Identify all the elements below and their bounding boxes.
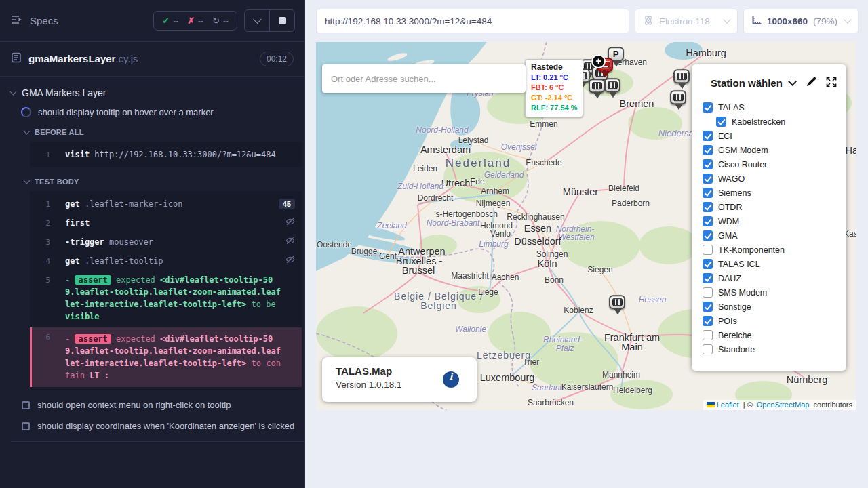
map-marker[interactable] xyxy=(604,78,622,100)
map-place-label: Nederland xyxy=(446,157,511,170)
leaflet-link[interactable]: Leaflet xyxy=(717,401,739,409)
layer-checkbox[interactable] xyxy=(703,316,713,326)
map-place-label: Essen xyxy=(524,223,551,234)
layer-checkbox[interactable] xyxy=(703,174,713,184)
command-indicator xyxy=(285,236,295,249)
layer-row[interactable]: Kabelstrecken xyxy=(703,115,837,129)
map-marker[interactable] xyxy=(670,90,688,112)
map-place-label: Hamburg xyxy=(686,47,726,58)
aut-panel: http://192.168.10.33:3000/?m=12&u=484 El… xyxy=(305,0,868,488)
osm-link[interactable]: OpenStreetMap xyxy=(757,401,810,409)
panel-title[interactable]: Station wählen xyxy=(711,77,783,89)
layer-row[interactable]: Sonstige xyxy=(703,300,837,314)
map-attribution: Leaflet | © OpenStreetMap contributors xyxy=(703,400,856,410)
map-place-label: Zuid-Holland xyxy=(397,182,443,191)
map-place-label: Amsterdam xyxy=(420,144,471,155)
layer-row[interactable]: Bereiche xyxy=(703,328,837,342)
passed-check-icon: ✓ xyxy=(162,16,170,26)
layer-row[interactable]: SMS Modem xyxy=(703,285,837,300)
suite-row[interactable]: GMA Markers Layer xyxy=(11,83,304,102)
before-all-commands: 1 visit http://192.168.10.33:3000/?m=12&… xyxy=(30,142,302,167)
layer-checkbox[interactable] xyxy=(703,145,713,155)
test-stats: ✓-- ✗-- ↻-- xyxy=(153,11,237,30)
active-test-row[interactable]: should display tooltip on hover over a m… xyxy=(11,102,304,122)
layer-label: Standorte xyxy=(718,345,755,354)
layer-checkbox[interactable] xyxy=(703,287,713,298)
command-row[interactable]: 5 - assert expected <div#leaflet-tooltip… xyxy=(30,270,302,326)
layer-checkbox[interactable] xyxy=(703,273,713,283)
layer-checkbox[interactable] xyxy=(703,159,713,169)
chevron-down-icon xyxy=(253,15,262,24)
map-marker[interactable] xyxy=(609,295,627,317)
layer-checkbox[interactable] xyxy=(703,131,713,141)
layer-row[interactable]: GSM Modem xyxy=(703,143,837,157)
layer-row[interactable]: POIs xyxy=(703,314,837,328)
test-body-section[interactable]: TEST BODY xyxy=(11,171,304,190)
viewport-zoom: (79%) xyxy=(813,16,837,26)
specs-menu-icon[interactable] xyxy=(11,15,23,27)
layer-row[interactable]: OTDR xyxy=(703,200,837,214)
layer-row[interactable]: Siemens xyxy=(703,186,837,200)
map-marker[interactable] xyxy=(673,69,691,91)
layer-checkbox[interactable] xyxy=(703,202,713,212)
chevron-down-icon[interactable] xyxy=(788,77,797,86)
layer-row[interactable]: WAGO xyxy=(703,171,837,186)
layer-checkbox[interactable] xyxy=(703,245,713,255)
stop-button[interactable] xyxy=(269,10,294,31)
expand-icon[interactable] xyxy=(826,77,837,90)
map-place-label: Koblenz xyxy=(564,306,593,315)
layer-checkbox[interactable] xyxy=(703,330,713,340)
command-row[interactable]: 1 get .leaflet-marker-icon 45 xyxy=(30,195,302,214)
command-row[interactable]: 6 - assert expected <div#leaflet-tooltip… xyxy=(30,327,302,387)
collapse-all-button[interactable] xyxy=(245,10,269,31)
spec-file-row[interactable]: gmaMarkersLayer.cy.js 00:12 xyxy=(0,42,304,77)
pending-refresh-icon: ↻ xyxy=(212,16,220,26)
before-all-section[interactable]: BEFORE ALL xyxy=(11,122,304,140)
layer-label: SMS Modem xyxy=(718,288,767,298)
station-marker-icon xyxy=(604,78,620,92)
command-row[interactable]: 2 first xyxy=(30,214,302,232)
pending-test-row[interactable]: should display coordinates when 'Koordin… xyxy=(11,415,304,436)
layer-checkbox[interactable] xyxy=(703,230,713,241)
leaflet-map[interactable]: HamburgBremerhavenFryslânBremenEmmenNied… xyxy=(316,42,856,410)
edit-pencil-icon[interactable] xyxy=(806,76,817,90)
info-icon[interactable]: i xyxy=(443,371,459,388)
layer-checkbox[interactable] xyxy=(703,102,713,113)
layer-row[interactable]: WDM xyxy=(703,214,837,228)
layer-checkbox[interactable] xyxy=(703,188,713,198)
tooltip-value-row: GT: -2.14 °C xyxy=(531,93,577,103)
layer-checkbox[interactable] xyxy=(703,344,713,354)
layer-checkbox[interactable] xyxy=(703,216,713,226)
layer-row[interactable]: Cisco Router xyxy=(703,157,837,171)
layer-checkbox[interactable] xyxy=(703,302,713,312)
aut-topbar: http://192.168.10.33:3000/?m=12&u=484 El… xyxy=(305,0,868,33)
layer-row[interactable]: DAUZ xyxy=(703,271,837,285)
command-row[interactable]: 3 -trigger mouseover xyxy=(30,232,302,251)
layer-row[interactable]: ECI xyxy=(703,129,837,143)
chevron-down-icon xyxy=(844,16,851,23)
browser-select[interactable]: Electron 118 xyxy=(635,9,738,33)
pending-test-title: should display coordinates when 'Koordin… xyxy=(37,421,294,431)
pending-test-row[interactable]: should open context menu on right-click … xyxy=(11,394,304,415)
command-text: -trigger mouseover xyxy=(65,236,153,248)
command-number: 3 xyxy=(39,237,50,249)
layer-row[interactable]: TALAS xyxy=(703,100,837,115)
command-row[interactable]: 4 get .leaflet-tooltip xyxy=(30,251,302,270)
map-place-label: Brugge xyxy=(351,247,378,256)
url-input[interactable]: http://192.168.10.33:3000/?m=12&u=484 xyxy=(316,9,629,33)
layer-row[interactable]: TALAS ICL xyxy=(703,257,837,271)
command-row[interactable]: 1 visit http://192.168.10.33:3000/?m=12&… xyxy=(30,145,302,164)
layer-checkbox[interactable] xyxy=(703,259,713,269)
map-place-label: Saarbrücken xyxy=(528,398,574,407)
viewport-select[interactable]: 1000x660 (79%) xyxy=(743,9,859,33)
pending-test-title: should open context menu on right-click … xyxy=(37,400,231,410)
map-place-label: Münster xyxy=(563,186,598,197)
search-input[interactable] xyxy=(322,64,526,93)
layer-row[interactable]: Standorte xyxy=(703,342,837,357)
station-marker-icon xyxy=(589,79,605,93)
map-place-label: Heidelberg xyxy=(613,386,652,395)
map-marker[interactable]: + xyxy=(591,54,605,68)
layer-checkbox[interactable] xyxy=(716,117,726,127)
layer-row[interactable]: GMA xyxy=(703,228,837,243)
layer-row[interactable]: TK-Komponenten xyxy=(703,243,837,257)
